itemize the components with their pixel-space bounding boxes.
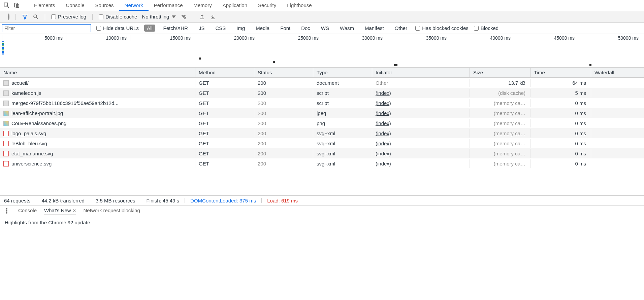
table-row[interactable]: universcience.svgGET200svg+xml(index)(me…: [0, 158, 644, 168]
column-header-name[interactable]: Name: [0, 68, 195, 77]
table-row[interactable]: leBlob_bleu.svgGET200svg+xml(index)(memo…: [0, 138, 644, 148]
drawer-tab-what-s-new[interactable]: What's New×: [44, 206, 76, 215]
type-filter-font[interactable]: Font: [278, 25, 293, 32]
search-icon[interactable]: [33, 14, 39, 20]
hide-data-urls-checkbox[interactable]: Hide data URLs: [96, 25, 139, 31]
request-waterfall: [591, 162, 644, 165]
summary-domcontentloaded: DOMContentLoaded: 375 ms: [190, 198, 256, 203]
filter-input[interactable]: [2, 24, 91, 32]
tab-performance[interactable]: Performance: [149, 0, 188, 11]
blocked-requests-box[interactable]: [474, 26, 479, 31]
type-filter-fetchxhr[interactable]: Fetch/XHR: [161, 25, 191, 32]
request-method: GET: [195, 89, 254, 97]
hide-data-urls-box[interactable]: [96, 26, 101, 31]
column-header-status[interactable]: Status: [254, 68, 313, 77]
type-filter-js[interactable]: JS: [196, 25, 207, 32]
drawer-tab-console[interactable]: Console: [18, 206, 37, 215]
timeline-overview[interactable]: 5000 ms10000 ms15000 ms20000 ms25000 ms3…: [0, 34, 644, 68]
kebab-menu-icon[interactable]: [6, 210, 7, 212]
request-name: etat_marianne.svg: [11, 151, 53, 156]
request-time: 0 ms: [530, 99, 591, 107]
tab-network[interactable]: Network: [119, 0, 149, 11]
network-summary: 64 requests 44.2 kB transferred 3.5 MB r…: [0, 195, 644, 205]
table-row[interactable]: etat_marianne.svgGET200svg+xml(index)(me…: [0, 148, 644, 158]
initiator-link[interactable]: (index): [376, 90, 391, 96]
table-row[interactable]: jean-affiche-portrait.jpgGET200jpeg(inde…: [0, 108, 644, 118]
table-row[interactable]: accueil/GET200documentOther13.7 kB64 ms: [0, 78, 644, 88]
file-icon: [3, 90, 9, 96]
column-header-size[interactable]: Size: [470, 68, 530, 77]
filter-toggle-icon[interactable]: [22, 14, 28, 20]
initiator-link[interactable]: (index): [376, 120, 391, 126]
preserve-log-checkbox[interactable]: Preserve log: [51, 14, 86, 20]
file-icon: [3, 161, 9, 166]
initiator-link[interactable]: (index): [376, 130, 391, 136]
type-filter-img[interactable]: Img: [234, 25, 248, 32]
network-toolbar: Preserve log Disable cache No throttling: [0, 11, 644, 23]
type-filter-all[interactable]: All: [144, 25, 155, 32]
request-waterfall: [591, 142, 644, 145]
import-har-icon[interactable]: [210, 14, 216, 20]
tab-memory[interactable]: Memory: [188, 0, 217, 11]
request-method: GET: [195, 129, 254, 138]
table-header: NameMethodStatusTypeInitiatorSizeTimeWat…: [0, 68, 644, 78]
clear-button[interactable]: [8, 14, 9, 20]
table-row[interactable]: Couv-Renaissances.pngGET200png(index)(me…: [0, 118, 644, 128]
table-row[interactable]: logo_palais.svgGET200svg+xml(index)(memo…: [0, 128, 644, 138]
drawer-tab-network-request-blocking[interactable]: Network request blocking: [83, 206, 140, 215]
initiator-link[interactable]: (index): [376, 100, 391, 106]
whats-new-content: Highlights from the Chrome 92 update: [0, 216, 644, 229]
has-blocked-cookies-label: Has blocked cookies: [422, 25, 469, 31]
initiator-link[interactable]: (index): [376, 161, 391, 166]
has-blocked-cookies-checkbox[interactable]: Has blocked cookies: [415, 25, 469, 31]
tab-sources[interactable]: Sources: [90, 0, 119, 11]
type-filter-ws[interactable]: WS: [318, 25, 332, 32]
has-blocked-cookies-box[interactable]: [415, 26, 420, 31]
request-type: svg+xml: [313, 149, 372, 158]
export-har-icon[interactable]: [199, 14, 205, 20]
type-filter-media[interactable]: Media: [253, 25, 272, 32]
timeline-marker: [199, 58, 201, 60]
tab-lighthouse[interactable]: Lighthouse: [282, 0, 317, 11]
type-filter-doc[interactable]: Doc: [298, 25, 313, 32]
column-header-waterfall[interactable]: Waterfall: [591, 68, 644, 77]
inspect-element-icon[interactable]: [2, 1, 11, 10]
tab-application[interactable]: Application: [217, 0, 253, 11]
blocked-requests-label: Blocked: [481, 25, 498, 31]
column-header-type[interactable]: Type: [313, 68, 372, 77]
type-filter-wasm[interactable]: Wasm: [337, 25, 357, 32]
request-size: (memory ca…: [470, 119, 530, 127]
request-time: 5 ms: [530, 89, 591, 97]
timeline-tick: 15000 ms: [130, 35, 194, 41]
request-time: 0 ms: [530, 109, 591, 117]
initiator-link[interactable]: (index): [376, 110, 391, 116]
request-initiator: (index): [372, 139, 470, 148]
column-header-time[interactable]: Time: [530, 68, 591, 77]
table-row[interactable]: kameleoon.jsGET200script(index)(disk cac…: [0, 88, 644, 98]
tab-console[interactable]: Console: [61, 0, 90, 11]
type-filter-manifest[interactable]: Manifest: [362, 25, 387, 32]
device-toolbar-icon[interactable]: [12, 1, 22, 10]
type-filter-other[interactable]: Other: [392, 25, 410, 32]
request-time: 64 ms: [530, 79, 591, 87]
timeline-tick: 30000 ms: [322, 35, 386, 41]
type-filter-css[interactable]: CSS: [213, 25, 228, 32]
close-icon[interactable]: ×: [73, 208, 76, 213]
file-icon: [3, 101, 9, 106]
tab-security[interactable]: Security: [253, 0, 282, 11]
throttling-select[interactable]: No throttling: [142, 14, 176, 20]
table-row[interactable]: merged-979f75bb1186c3916f56ae59a42b12d..…: [0, 98, 644, 108]
request-status: 200: [254, 89, 313, 97]
initiator-link[interactable]: (index): [376, 141, 391, 146]
disable-cache-checkbox[interactable]: Disable cache: [99, 14, 137, 20]
request-waterfall: [591, 132, 644, 135]
blocked-requests-checkbox[interactable]: Blocked: [474, 25, 498, 31]
preserve-log-box[interactable]: [51, 14, 56, 19]
disable-cache-box[interactable]: [99, 14, 103, 19]
devtools-top-tabs: ElementsConsoleSourcesNetworkPerformance…: [0, 0, 644, 11]
network-conditions-icon[interactable]: [181, 14, 187, 20]
initiator-link[interactable]: (index): [376, 151, 391, 156]
tab-elements[interactable]: Elements: [29, 0, 61, 11]
column-header-initiator[interactable]: Initiator: [372, 68, 470, 77]
column-header-method[interactable]: Method: [195, 68, 254, 77]
